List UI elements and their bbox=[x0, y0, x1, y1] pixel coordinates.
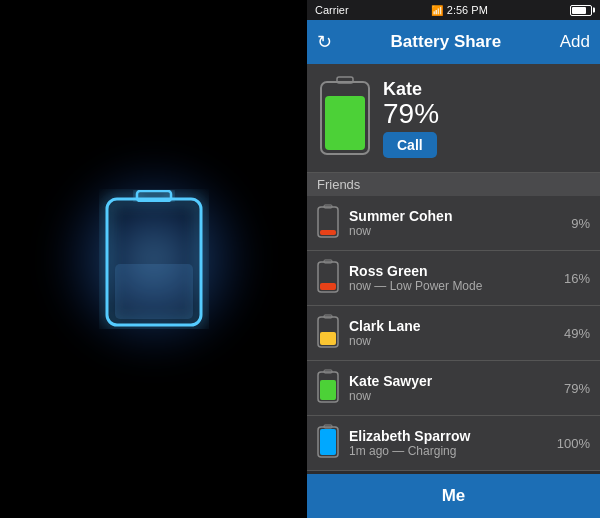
friend-info: Summer Cohen now bbox=[349, 208, 561, 238]
battery-status-icon bbox=[570, 5, 592, 16]
friend-name: Clark Lane bbox=[349, 318, 554, 334]
battery-fill bbox=[572, 7, 586, 14]
glow-container bbox=[74, 179, 234, 339]
status-bar-center: 📶 2:56 PM bbox=[431, 4, 488, 16]
svg-rect-2 bbox=[115, 264, 193, 319]
status-bar: Carrier 📶 2:56 PM bbox=[307, 0, 600, 20]
refresh-button[interactable]: ↻ bbox=[317, 31, 332, 53]
hero-card: Kate 79% Call bbox=[307, 64, 600, 173]
friend-battery-icon bbox=[317, 204, 339, 242]
friend-sub: now bbox=[349, 224, 561, 238]
status-bar-right bbox=[570, 5, 592, 16]
add-button[interactable]: Add bbox=[560, 32, 590, 52]
friends-section-header: Friends bbox=[307, 173, 600, 196]
friend-sub: now bbox=[349, 334, 554, 348]
hero-battery-icon bbox=[319, 76, 371, 160]
wifi-icon: 📶 bbox=[431, 5, 443, 16]
friend-percent: 100% bbox=[557, 436, 590, 451]
friend-sub: 1m ago — Charging bbox=[349, 444, 547, 458]
svg-rect-14 bbox=[320, 283, 336, 290]
me-tab[interactable]: Me bbox=[307, 474, 600, 518]
left-panel bbox=[0, 0, 307, 518]
friend-list: Summer Cohen now 9% Ross Green now — Low… bbox=[307, 196, 600, 474]
friend-info: Clark Lane now bbox=[349, 318, 554, 348]
friend-item[interactable]: Summer Cohen now 9% bbox=[307, 196, 600, 251]
friend-item[interactable]: Elizabeth Sparrow 1m ago — Charging 100% bbox=[307, 416, 600, 471]
friend-battery-icon bbox=[317, 369, 339, 407]
friend-name: Ross Green bbox=[349, 263, 554, 279]
svg-rect-22 bbox=[320, 380, 336, 400]
nav-bar: ↻ Battery Share Add bbox=[307, 20, 600, 64]
friend-battery-icon bbox=[317, 314, 339, 352]
svg-rect-18 bbox=[320, 332, 336, 345]
friend-info: Elizabeth Sparrow 1m ago — Charging bbox=[349, 428, 547, 458]
friend-name: Kate Sawyer bbox=[349, 373, 554, 389]
friend-item[interactable]: Ross Green now — Low Power Mode 16% bbox=[307, 251, 600, 306]
friend-item[interactable]: Clark Lane now 49% bbox=[307, 306, 600, 361]
hero-info: Kate 79% Call bbox=[383, 79, 588, 158]
nav-title: Battery Share bbox=[391, 32, 502, 52]
friend-info: Ross Green now — Low Power Mode bbox=[349, 263, 554, 293]
svg-rect-25 bbox=[320, 429, 336, 455]
me-tab-label: Me bbox=[442, 486, 466, 506]
hero-battery-glow-icon bbox=[99, 189, 209, 329]
carrier-label: Carrier bbox=[315, 4, 349, 16]
friend-sub: now — Low Power Mode bbox=[349, 279, 554, 293]
hero-name: Kate bbox=[383, 79, 588, 100]
friend-name: Elizabeth Sparrow bbox=[349, 428, 547, 444]
svg-rect-10 bbox=[320, 230, 336, 235]
friend-percent: 79% bbox=[564, 381, 590, 396]
friend-battery-icon bbox=[317, 424, 339, 462]
call-button[interactable]: Call bbox=[383, 132, 437, 158]
friend-percent: 16% bbox=[564, 271, 590, 286]
friend-percent: 9% bbox=[571, 216, 590, 231]
friend-info: Kate Sawyer now bbox=[349, 373, 554, 403]
time-label: 2:56 PM bbox=[447, 4, 488, 16]
friend-percent: 49% bbox=[564, 326, 590, 341]
friend-name: Summer Cohen bbox=[349, 208, 561, 224]
svg-rect-6 bbox=[325, 96, 365, 150]
hero-percent: 79% bbox=[383, 100, 588, 128]
friend-item[interactable]: Kate Sawyer now 79% bbox=[307, 361, 600, 416]
right-panel: Carrier 📶 2:56 PM ↻ Battery Share Add bbox=[307, 0, 600, 518]
friend-battery-icon bbox=[317, 259, 339, 297]
friend-sub: now bbox=[349, 389, 554, 403]
